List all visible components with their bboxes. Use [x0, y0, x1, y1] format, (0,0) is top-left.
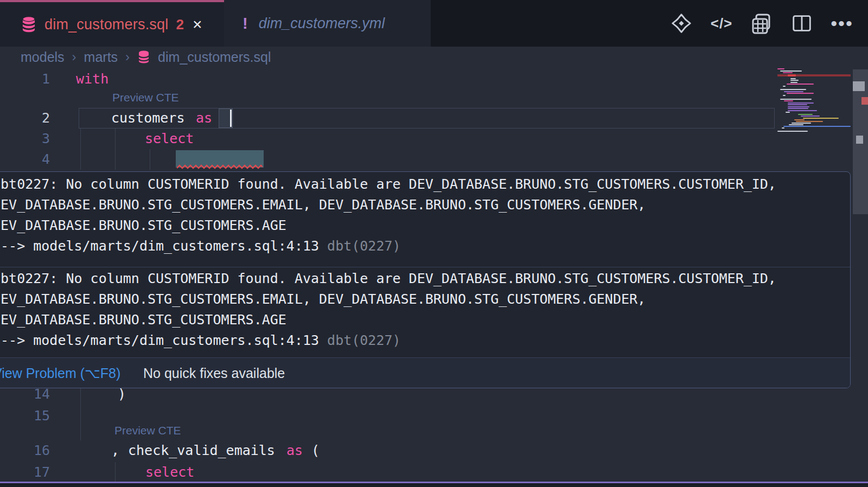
view-problem-link[interactable]: View Problem (⌥F8) [0, 366, 120, 381]
code-token[interactable]: with [76, 69, 108, 89]
code-token[interactable]: , [111, 440, 119, 461]
line-number: 16 [0, 440, 50, 461]
current-line-highlight [79, 108, 775, 129]
editor-window: dim_customers.sql 2 × ! dim_customers.ym… [0, 0, 868, 487]
line-number: 2 [0, 108, 50, 129]
error-message-line: DEV_DATABASE.BRUNO.STG_CUSTOMERS.AGE [0, 310, 286, 330]
code-lens-preview-cte[interactable]: Preview CTE [112, 91, 179, 104]
error-message-line: DEV_DATABASE.BRUNO.STG_CUSTOMERS.AGE [0, 215, 286, 236]
minimap-error-band-bright [788, 74, 796, 76]
error-message-line: --> models/marts/dim_customers.sql:4:13 … [0, 236, 401, 257]
error-message-line: dbt0227: No column CUSTOMERID found. Ava… [0, 174, 776, 195]
code-token[interactable]: select [145, 462, 194, 483]
indent-guide [80, 388, 81, 440]
indent-guide [115, 129, 116, 170]
error-hover-popup: View Problem (⌥F8) No quick fixes availa… [0, 171, 851, 388]
code-token[interactable]: check_valid_emails [128, 440, 275, 461]
overview-ruler-mark [861, 97, 868, 105]
line-number: 17 [0, 462, 50, 483]
error-message-line: DEV_DATABASE.BRUNO.STG_CUSTOMERS.EMAIL, … [0, 289, 646, 310]
error-message-line: DEV_DATABASE.BRUNO.STG_CUSTOMERS.EMAIL, … [0, 195, 646, 215]
error-squiggle [177, 164, 263, 170]
error-message-line: dbt0227: No column CUSTOMERID found. Ava… [0, 268, 776, 289]
overview-ruler-mark [853, 81, 865, 91]
indent-guide [80, 129, 81, 170]
error-source-dbt0227: dbt(0227) [319, 238, 401, 254]
text-cursor [230, 110, 232, 127]
line-number: 15 [0, 406, 50, 426]
line-number: 4 [0, 149, 50, 170]
overview-ruler-mark [856, 136, 863, 144]
line-number: 1 [0, 69, 50, 89]
hover-divider [0, 267, 851, 267]
no-quick-fixes-label: No quick fixes available [143, 366, 285, 381]
error-source-dbt0227: dbt(0227) [319, 332, 401, 348]
line-number: 3 [0, 129, 50, 149]
code-token[interactable]: select [145, 129, 194, 149]
hover-action-bar: View Problem (⌥F8) No quick fixes availa… [0, 357, 851, 388]
error-message-line: --> models/marts/dim_customers.sql:4:13 … [0, 330, 401, 351]
code-token[interactable]: as [286, 440, 303, 461]
indent-guide [150, 149, 150, 170]
code-lens-preview-cte[interactable]: Preview CTE [114, 424, 181, 437]
code-token[interactable]: ( [311, 440, 320, 461]
panel-edge [0, 483, 868, 487]
